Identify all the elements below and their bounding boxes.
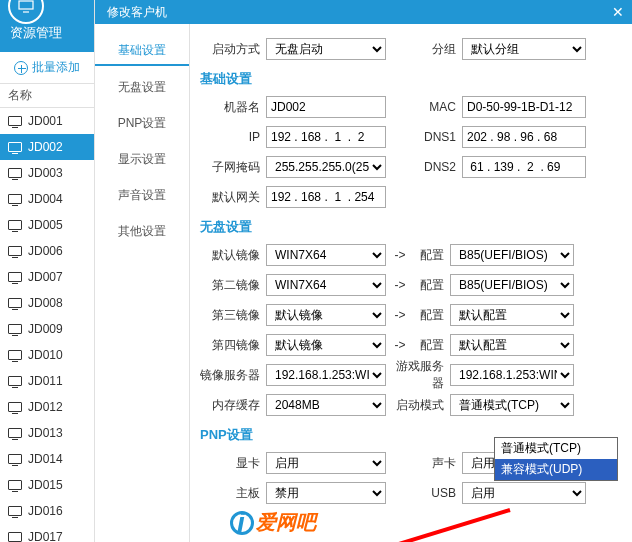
monitor-icon — [8, 194, 22, 204]
watermark-icon: i — [230, 511, 254, 535]
monitor-icon — [8, 376, 22, 386]
client-item[interactable]: JD009 — [0, 316, 94, 342]
ip-input[interactable] — [266, 126, 386, 148]
default-image-label: 默认镜像 — [200, 247, 260, 264]
monitor-icon — [8, 246, 22, 256]
client-name: JD003 — [28, 166, 63, 180]
client-item[interactable]: JD016 — [0, 498, 94, 524]
name-column-header: 名称 — [0, 84, 94, 108]
client-name: JD012 — [28, 400, 63, 414]
cfg1-select[interactable]: B85(UEFI/BIOS) — [450, 244, 574, 266]
client-name: JD015 — [28, 478, 63, 492]
client-name: JD001 — [28, 114, 63, 128]
cache-label: 内存缓存 — [200, 397, 260, 414]
start-mode-dropdown[interactable]: 普通模式(TCP)兼容模式(UDP) — [494, 437, 618, 481]
client-item[interactable]: JD001 — [0, 108, 94, 134]
resource-header: 资源管理 — [0, 0, 94, 52]
tab-5[interactable]: 其他设置 — [95, 216, 189, 246]
client-item[interactable]: JD007 — [0, 264, 94, 290]
boot-mode-select[interactable]: 无盘启动 — [266, 38, 386, 60]
subnet-label: 子网掩码 — [200, 159, 260, 176]
cfg4-select[interactable]: 默认配置 — [450, 334, 574, 356]
client-name: JD013 — [28, 426, 63, 440]
tab-3[interactable]: 显示设置 — [95, 144, 189, 174]
start-mode-option[interactable]: 普通模式(TCP) — [495, 438, 617, 459]
plus-icon — [14, 61, 28, 75]
client-name: JD017 — [28, 530, 63, 542]
close-icon[interactable]: ✕ — [612, 4, 624, 20]
gpu-select[interactable]: 启用 — [266, 452, 386, 474]
monitor-icon — [8, 532, 22, 542]
client-list[interactable]: JD001JD002JD003JD004JD005JD006JD007JD008… — [0, 108, 94, 542]
client-name: JD002 — [28, 140, 63, 154]
boot-mode-label: 启动方式 — [200, 41, 260, 58]
batch-add-label: 批量添加 — [32, 59, 80, 76]
tab-1[interactable]: 无盘设置 — [95, 72, 189, 102]
monitor-icon — [8, 506, 22, 516]
cfg4-label: 配置 — [414, 337, 444, 354]
group-label: 分组 — [404, 41, 456, 58]
ip-label: IP — [200, 130, 260, 144]
tab-4[interactable]: 声音设置 — [95, 180, 189, 210]
tab-0[interactable]: 基础设置 — [95, 36, 189, 66]
client-item[interactable]: JD012 — [0, 394, 94, 420]
game-server-label: 游戏服务器 — [392, 358, 444, 392]
cfg1-label: 配置 — [414, 247, 444, 264]
dns1-label: DNS1 — [404, 130, 456, 144]
client-item[interactable]: JD015 — [0, 472, 94, 498]
monitor-icon — [8, 402, 22, 412]
dns1-input[interactable] — [462, 126, 586, 148]
gateway-input[interactable] — [266, 186, 386, 208]
monitor-icon — [8, 298, 22, 308]
client-item[interactable]: JD010 — [0, 342, 94, 368]
client-item[interactable]: JD005 — [0, 212, 94, 238]
image2-select[interactable]: WIN7X64 — [266, 274, 386, 296]
settings-tabs: 基础设置无盘设置PNP设置显示设置声音设置其他设置 — [95, 24, 190, 542]
client-item[interactable]: JD011 — [0, 368, 94, 394]
client-item[interactable]: JD006 — [0, 238, 94, 264]
hostname-input[interactable] — [266, 96, 386, 118]
client-item[interactable]: JD014 — [0, 446, 94, 472]
section-basic: 基础设置 — [200, 70, 622, 88]
monitor-icon — [8, 324, 22, 334]
monitor-icon — [8, 142, 22, 152]
image3-select[interactable]: 默认镜像 — [266, 304, 386, 326]
image-server-select[interactable]: 192.168.1.253:WIN — [266, 364, 386, 386]
arrow-label: -> — [386, 248, 414, 262]
cfg2-label: 配置 — [414, 277, 444, 294]
client-name: JD008 — [28, 296, 63, 310]
client-item[interactable]: JD008 — [0, 290, 94, 316]
client-item[interactable]: JD017 — [0, 524, 94, 542]
subnet-select[interactable]: 255.255.255.0(254 — [266, 156, 386, 178]
usb-label: USB — [404, 486, 456, 500]
client-name: JD005 — [28, 218, 63, 232]
watermark-text: 爱网吧 — [256, 509, 316, 536]
start-mode-option[interactable]: 兼容模式(UDP) — [495, 459, 617, 480]
client-name: JD010 — [28, 348, 63, 362]
tab-2[interactable]: PNP设置 — [95, 108, 189, 138]
cfg3-select[interactable]: 默认配置 — [450, 304, 574, 326]
client-item[interactable]: JD004 — [0, 186, 94, 212]
cfg2-select[interactable]: B85(UEFI/BIOS) — [450, 274, 574, 296]
monitor-icon — [8, 220, 22, 230]
client-name: JD006 — [28, 244, 63, 258]
arrow-label: -> — [386, 338, 414, 352]
batch-add-button[interactable]: 批量添加 — [0, 52, 94, 84]
group-select[interactable]: 默认分组 — [462, 38, 586, 60]
start-mode-select[interactable]: 普通模式(TCP) — [450, 394, 574, 416]
default-image-select[interactable]: WIN7X64 — [266, 244, 386, 266]
mac-input[interactable] — [462, 96, 586, 118]
image4-select[interactable]: 默认镜像 — [266, 334, 386, 356]
watermark: i 爱网吧 — [230, 509, 316, 536]
mobo-label: 主板 — [200, 485, 260, 502]
cache-select[interactable]: 2048MB — [266, 394, 386, 416]
client-item[interactable]: JD002 — [0, 134, 94, 160]
client-item[interactable]: JD013 — [0, 420, 94, 446]
mobo-select[interactable]: 禁用 — [266, 482, 386, 504]
game-server-select[interactable]: 192.168.1.253:WIN — [450, 364, 574, 386]
dns2-input[interactable] — [462, 156, 586, 178]
client-item[interactable]: JD003 — [0, 160, 94, 186]
usb-select[interactable]: 启用 — [462, 482, 586, 504]
dns2-label: DNS2 — [404, 160, 456, 174]
client-name: JD009 — [28, 322, 63, 336]
